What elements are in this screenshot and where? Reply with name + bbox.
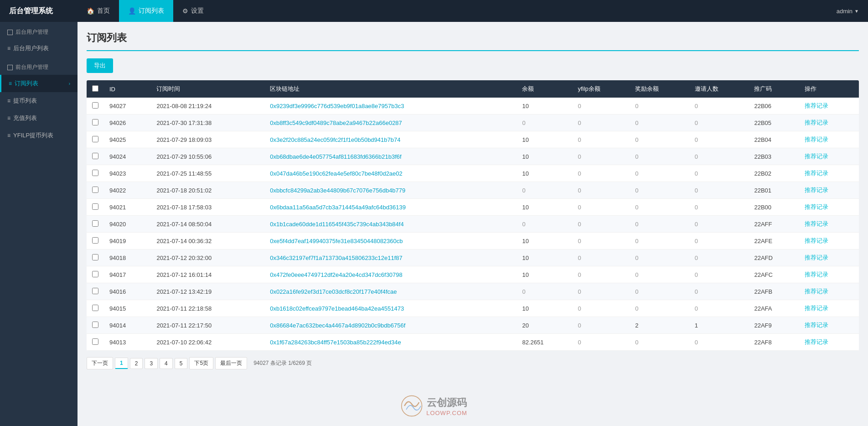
cell-yfilp: 0 <box>573 114 630 131</box>
page-5-button[interactable]: 5 <box>175 358 188 369</box>
cell-action[interactable]: 推荐记录 <box>799 131 859 148</box>
select-all-checkbox[interactable] <box>92 85 98 92</box>
action-link[interactable]: 推荐记录 <box>805 338 828 345</box>
page-1-button[interactable]: 1 <box>115 358 128 369</box>
row-checkbox[interactable] <box>92 136 98 142</box>
action-link[interactable]: 推荐记录 <box>805 187 828 193</box>
row-checkbox[interactable] <box>92 170 98 176</box>
list-icon: ≡ <box>7 45 10 52</box>
cell-reward: 0 <box>630 266 689 283</box>
action-link[interactable]: 推荐记录 <box>805 305 828 312</box>
action-link[interactable]: 推荐记录 <box>805 220 828 227</box>
page-3-button[interactable]: 3 <box>145 358 158 369</box>
sidebar-item-subscription-list[interactable]: ≡ 订阅列表 › <box>0 75 78 92</box>
cell-addr: 0xbbcfc84299a2ab3e44809b67c7076e756db4b7… <box>264 182 517 199</box>
cell-action[interactable]: 推荐记录 <box>799 98 859 114</box>
cell-reward: 0 <box>630 114 689 131</box>
cell-promo: 22B05 <box>749 114 799 131</box>
row-checkbox-cell <box>87 266 104 283</box>
cell-time: 2021-07-14 00:36:32 <box>151 233 264 249</box>
cell-id: 94022 <box>104 182 151 199</box>
nav-left: 后台管理系统 🏠 首页 👤 订阅列表 ⚙ 设置 <box>0 0 213 22</box>
cell-id: 94021 <box>104 199 151 216</box>
cell-time: 2021-07-25 11:48:55 <box>151 165 264 182</box>
cell-action[interactable]: 推荐记录 <box>799 216 859 233</box>
cell-promo: 22B06 <box>749 98 799 114</box>
cell-invite: 0 <box>689 300 749 317</box>
sidebar-item-yfilp-coin-list[interactable]: ≡ YFILP提币列表 <box>0 127 78 144</box>
export-button[interactable]: 导出 <box>87 58 113 73</box>
prev-page-button[interactable]: 下一页 <box>87 357 113 369</box>
table-row: 94026 2021-07-30 17:31:38 0xb8ff3c549c9d… <box>87 114 859 131</box>
user-menu[interactable]: admin ▼ <box>837 8 868 15</box>
cell-action[interactable]: 推荐记录 <box>799 233 859 249</box>
sidebar-item-recharge-list[interactable]: ≡ 充值列表 <box>0 109 78 127</box>
cell-action[interactable]: 推荐记录 <box>799 334 859 351</box>
last-page-button[interactable]: 最后一页 <box>215 357 247 369</box>
cell-yfilp: 0 <box>573 131 630 148</box>
nav-item-home[interactable]: 🏠 首页 <box>78 0 119 22</box>
row-checkbox-cell <box>87 216 104 233</box>
page-info: 94027 条记录 1/6269 页 <box>253 359 312 367</box>
action-link[interactable]: 推荐记录 <box>805 170 828 177</box>
cell-promo: 22AF9 <box>749 317 799 334</box>
cell-time: 2021-07-30 17:31:38 <box>151 114 264 131</box>
action-link[interactable]: 推荐记录 <box>805 288 828 295</box>
cell-action[interactable]: 推荐记录 <box>799 199 859 216</box>
action-link[interactable]: 推荐记录 <box>805 254 828 261</box>
cell-balance: 10 <box>517 148 572 165</box>
cell-balance: 10 <box>517 199 572 216</box>
cell-action[interactable]: 推荐记录 <box>799 300 859 317</box>
row-checkbox[interactable] <box>92 305 98 311</box>
row-checkbox[interactable] <box>92 338 98 345</box>
cell-yfilp: 0 <box>573 233 630 249</box>
sidebar-item-admin-user-list[interactable]: ≡ 后台用户列表 <box>0 40 78 57</box>
cell-promo: 22AF8 <box>749 334 799 351</box>
row-checkbox[interactable] <box>92 119 98 125</box>
cell-action[interactable]: 推荐记录 <box>799 249 859 266</box>
cell-balance: 20 <box>517 317 572 334</box>
action-link[interactable]: 推荐记录 <box>805 271 828 278</box>
action-link[interactable]: 推荐记录 <box>805 203 828 210</box>
row-checkbox[interactable] <box>92 288 98 294</box>
nav-item-subscriptions[interactable]: 👤 订阅列表 <box>119 0 173 22</box>
cell-addr: 0xb1618c02effcea9797e1bead464ba42ea45514… <box>264 300 517 317</box>
cell-reward: 0 <box>630 334 689 351</box>
row-checkbox[interactable] <box>92 220 98 227</box>
row-checkbox[interactable] <box>92 187 98 193</box>
action-link[interactable]: 推荐记录 <box>805 119 828 126</box>
row-checkbox[interactable] <box>92 153 98 159</box>
page-2-button[interactable]: 2 <box>130 358 143 369</box>
cell-addr: 0x3e2f20c885a24ec059fc2f1f1e0b50bd941b7b… <box>264 131 517 148</box>
cell-action[interactable]: 推荐记录 <box>799 114 859 131</box>
row-checkbox[interactable] <box>92 102 98 109</box>
row-checkbox[interactable] <box>92 322 98 328</box>
cell-id: 94023 <box>104 165 151 182</box>
row-checkbox[interactable] <box>92 254 98 260</box>
cell-action[interactable]: 推荐记录 <box>799 266 859 283</box>
cell-action[interactable]: 推荐记录 <box>799 165 859 182</box>
cell-action[interactable]: 推荐记录 <box>799 148 859 165</box>
row-checkbox[interactable] <box>92 237 98 244</box>
page-4-button[interactable]: 4 <box>160 358 173 369</box>
action-link[interactable]: 推荐记录 <box>805 102 828 109</box>
cell-action[interactable]: 推荐记录 <box>799 182 859 199</box>
table-row: 94020 2021-07-14 08:50:04 0x1b1cade60dde… <box>87 216 859 233</box>
sidebar-item-coin-list[interactable]: ≡ 提币列表 <box>0 92 78 109</box>
row-checkbox[interactable] <box>92 203 98 210</box>
cell-action[interactable]: 推荐记录 <box>799 283 859 300</box>
cell-action[interactable]: 推荐记录 <box>799 317 859 334</box>
action-link[interactable]: 推荐记录 <box>805 153 828 160</box>
action-link[interactable]: 推荐记录 <box>805 237 828 244</box>
cell-reward: 0 <box>630 165 689 182</box>
action-link[interactable]: 推荐记录 <box>805 322 828 328</box>
cell-id: 94026 <box>104 114 151 131</box>
row-checkbox[interactable] <box>92 271 98 277</box>
cell-invite: 0 <box>689 165 749 182</box>
action-link[interactable]: 推荐记录 <box>805 136 828 143</box>
main-nav: 🏠 首页 👤 订阅列表 ⚙ 设置 <box>78 0 213 22</box>
table-row: 94022 2021-07-18 20:51:02 0xbbcfc84299a2… <box>87 182 859 199</box>
next-5-pages-button[interactable]: 下5页 <box>189 357 213 369</box>
nav-item-settings[interactable]: ⚙ 设置 <box>173 0 213 22</box>
row-checkbox-cell <box>87 148 104 165</box>
